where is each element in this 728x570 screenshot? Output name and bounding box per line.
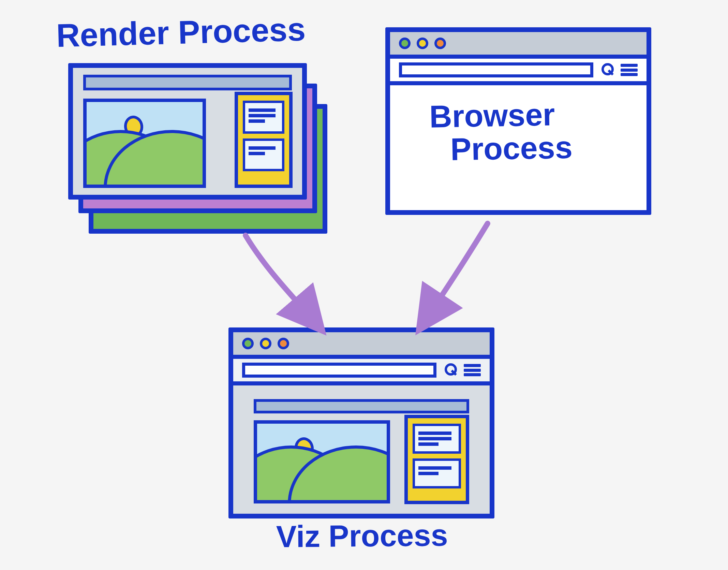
sidebar-note — [413, 458, 461, 488]
window-title-bar — [233, 332, 490, 359]
page-sidebar — [404, 415, 469, 504]
page-hero-image — [254, 420, 390, 503]
hamburger-menu-icon — [464, 364, 481, 376]
diagram-canvas: Render Process — [0, 0, 728, 570]
render-layer-front — [68, 63, 307, 200]
browser-process-label: Browser Process — [429, 98, 573, 166]
viz-process-label: Viz Process — [276, 518, 448, 554]
traffic-light-icon — [278, 338, 289, 349]
sidebar-note — [243, 101, 284, 134]
page-header-bar — [83, 75, 292, 90]
address-bar — [242, 363, 436, 378]
browser-process-label-line2: Process — [450, 131, 573, 166]
browser-process-label-line1: Browser — [429, 98, 572, 133]
search-icon — [600, 63, 614, 77]
sidebar-note — [413, 424, 461, 454]
page-header-bar — [254, 399, 469, 413]
page-sidebar — [235, 92, 293, 188]
hamburger-menu-icon — [621, 64, 638, 76]
window-title-bar — [390, 32, 647, 59]
traffic-light-icon — [417, 38, 428, 49]
traffic-light-icon — [434, 38, 446, 49]
render-process-label: Render Process — [56, 10, 306, 54]
search-icon — [443, 363, 457, 377]
page-hero-image — [83, 99, 206, 188]
traffic-light-icon — [260, 338, 271, 349]
viz-composited-page — [233, 393, 490, 514]
window-toolbar — [233, 359, 490, 385]
traffic-light-icon — [399, 38, 411, 49]
viz-process-window — [228, 327, 494, 518]
rendered-page — [73, 68, 302, 195]
sidebar-note — [243, 138, 284, 172]
arrow-render-to-viz — [246, 235, 314, 321]
window-toolbar — [390, 59, 647, 85]
render-process-stack — [68, 63, 327, 240]
traffic-light-icon — [242, 338, 254, 349]
address-bar — [399, 62, 593, 77]
arrow-browser-to-viz — [426, 223, 488, 319]
